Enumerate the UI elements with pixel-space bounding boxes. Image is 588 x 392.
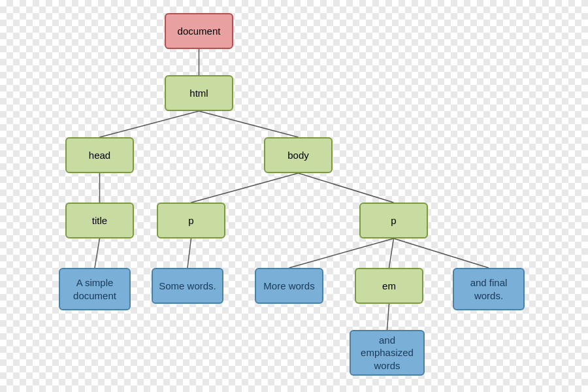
svg-line-2: [199, 111, 299, 137]
svg-line-4: [191, 173, 299, 203]
node-text_doc: A simple document: [59, 268, 131, 310]
svg-line-9: [389, 238, 394, 268]
diagram: documenthtmlheadbodytitleppA simple docu…: [0, 0, 588, 392]
node-body: body: [264, 137, 333, 173]
node-head: head: [65, 137, 134, 173]
svg-line-5: [299, 173, 394, 203]
node-document: document: [165, 13, 233, 49]
connector-lines: [0, 0, 588, 392]
svg-line-7: [188, 238, 191, 268]
node-p1: p: [157, 203, 225, 238]
node-p2: p: [359, 203, 428, 238]
node-text_more: More words: [255, 268, 323, 304]
svg-line-1: [100, 111, 199, 137]
node-html: html: [165, 75, 233, 111]
svg-line-6: [95, 238, 100, 268]
svg-line-10: [394, 238, 489, 268]
node-em: em: [355, 268, 423, 304]
node-text_final: and final words.: [453, 268, 525, 310]
svg-line-8: [289, 238, 394, 268]
node-title: title: [65, 203, 134, 238]
node-text_some: Some words.: [152, 268, 223, 304]
node-text_emph: and emphasized words: [350, 330, 425, 376]
svg-line-11: [387, 304, 389, 330]
